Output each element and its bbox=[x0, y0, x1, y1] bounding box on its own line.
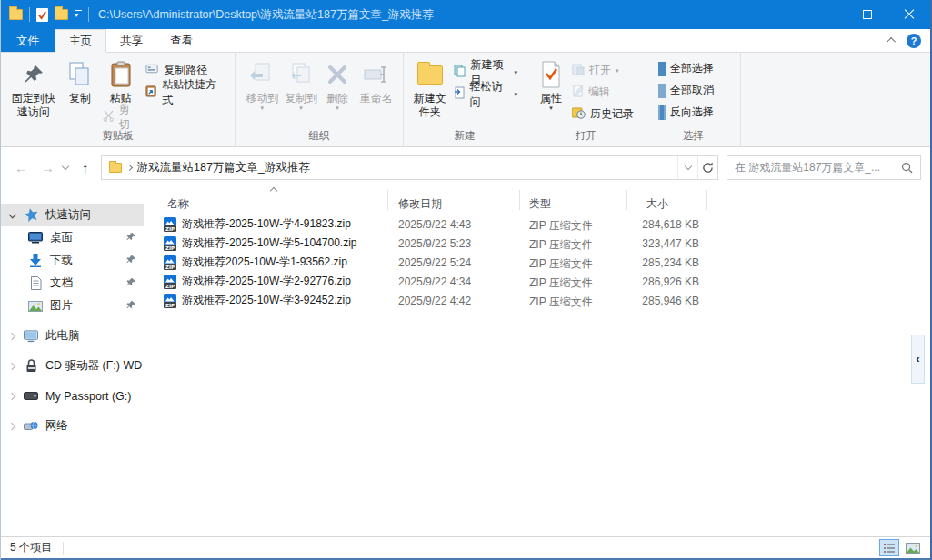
sidebar-item-quick-access[interactable]: 快速访问 bbox=[1, 204, 144, 226]
column-divider[interactable] bbox=[706, 190, 707, 210]
desktop-icon bbox=[28, 232, 43, 244]
move-to-label: 移动到 bbox=[246, 92, 278, 105]
edit-label: 编辑 bbox=[588, 85, 610, 100]
qat-dropdown-icon[interactable]: ▾ bbox=[75, 10, 82, 19]
column-header-type[interactable]: 类型 bbox=[529, 196, 551, 212]
delete-button[interactable]: 删除 ▾ bbox=[321, 57, 355, 113]
rename-button[interactable]: 重命名 bbox=[354, 57, 398, 107]
file-size: 285,946 KB bbox=[597, 295, 699, 307]
maximize-button[interactable] bbox=[847, 0, 888, 29]
sidebar-item-this-pc[interactable]: 此电脑 bbox=[1, 325, 144, 347]
forward-icon[interactable]: → bbox=[35, 160, 61, 175]
sidebar-item-cd-drive[interactable]: CD 驱动器 (F:) WD U bbox=[1, 355, 144, 377]
cut-button[interactable]: 剪切 bbox=[99, 107, 142, 126]
copy-to-button[interactable]: 复制到 ▾ bbox=[282, 57, 321, 113]
file-type: ZIP 压缩文件 bbox=[529, 218, 593, 234]
paste-button[interactable]: 粘贴 bbox=[106, 57, 135, 107]
select-none-button[interactable]: 全部取消 bbox=[655, 81, 717, 100]
file-date: 2025/9/22 4:34 bbox=[398, 275, 471, 288]
minimize-button[interactable] bbox=[805, 0, 847, 29]
copy-path-label: 复制路径 bbox=[164, 63, 207, 78]
svg-text:ZIP: ZIP bbox=[165, 264, 175, 269]
new-folder-icon bbox=[417, 59, 443, 90]
file-list: 名称 修改日期 类型 大小 ZIP游戏推荐-2025-10W-学4-91823.… bbox=[144, 187, 930, 536]
sidebar-item-my-passport[interactable]: My Passport (G:) bbox=[1, 385, 144, 407]
new-folder-qat-icon[interactable] bbox=[55, 9, 68, 20]
column-header-date[interactable]: 修改日期 bbox=[398, 196, 442, 212]
properties-qat-icon[interactable] bbox=[36, 8, 48, 22]
chevron-right-icon[interactable] bbox=[8, 422, 15, 429]
clipboard-group-label: 剪贴板 bbox=[1, 128, 235, 146]
tab-share[interactable]: 共享 bbox=[106, 29, 156, 52]
new-item-caret-icon: ▾ bbox=[514, 70, 517, 75]
pin-label: 固定到快速访问 bbox=[8, 92, 58, 119]
svg-text:ZIP: ZIP bbox=[165, 225, 175, 231]
copy-to-caret-icon: ▾ bbox=[299, 105, 303, 111]
network-label: 网络 bbox=[45, 418, 68, 434]
open-button[interactable]: 打开 ▾ bbox=[568, 61, 637, 80]
file-size: 285,234 KB bbox=[597, 256, 699, 269]
this-pc-label: 此电脑 bbox=[45, 328, 80, 344]
up-icon[interactable]: ↑ bbox=[74, 160, 97, 175]
select-all-button[interactable]: 全部选择 bbox=[655, 59, 717, 78]
close-button[interactable] bbox=[888, 0, 930, 29]
invert-selection-button[interactable]: 反向选择 bbox=[655, 103, 717, 122]
edge-panel-toggle[interactable]: ‹ bbox=[911, 335, 925, 384]
address-bar[interactable]: 游戏流量站187万篇文章_游戏推荐 bbox=[101, 155, 719, 180]
open-caret-icon: ▾ bbox=[616, 68, 619, 74]
properties-label: 属性 bbox=[540, 92, 562, 105]
copy-label: 复制 bbox=[69, 92, 91, 105]
address-dropdown-button[interactable] bbox=[677, 156, 697, 179]
easy-access-button[interactable]: 轻松访问 ▾ bbox=[450, 85, 521, 104]
new-folder-button[interactable]: 新建文件夹 bbox=[410, 57, 450, 121]
delete-label: 删除 bbox=[326, 92, 348, 105]
address-folder-icon bbox=[109, 163, 122, 173]
tab-view[interactable]: 查看 bbox=[156, 29, 206, 52]
chevron-right-icon[interactable] bbox=[8, 332, 15, 339]
column-header-name[interactable]: 名称 bbox=[167, 196, 189, 212]
sidebar-item-pictures[interactable]: 图片 bbox=[1, 295, 144, 317]
rename-label: 重命名 bbox=[360, 92, 393, 105]
edit-button[interactable]: 编辑 bbox=[568, 83, 637, 102]
column-divider[interactable] bbox=[387, 190, 388, 210]
chevron-right-icon[interactable] bbox=[8, 362, 15, 369]
thumbnail-view-button[interactable] bbox=[903, 539, 923, 556]
pin-to-quick-access-button[interactable]: 固定到快速访问 bbox=[5, 57, 61, 121]
back-icon[interactable]: ← bbox=[8, 160, 35, 175]
column-divider[interactable] bbox=[519, 190, 520, 210]
zip-file-icon: ZIP bbox=[163, 255, 177, 270]
file-name: 游戏推荐2025-10W-学1-93562.zip bbox=[182, 255, 347, 270]
organize-group-label: 组织 bbox=[236, 128, 403, 146]
file-row[interactable]: ZIP游戏推荐-2025-10W-学3-92452.zip 2025/9/22 … bbox=[144, 291, 930, 310]
paste-shortcut-button[interactable]: 粘贴快捷方式 bbox=[142, 83, 230, 102]
sidebar-item-network[interactable]: 网络 bbox=[1, 415, 144, 437]
file-row[interactable]: ZIP游戏推荐2025-10W-学1-93562.zip 2025/9/22 5… bbox=[144, 253, 930, 272]
copy-button[interactable]: 复制 bbox=[61, 57, 99, 107]
tab-home[interactable]: 主页 bbox=[55, 29, 106, 53]
properties-button[interactable]: 属性 ▾ bbox=[534, 57, 568, 113]
details-view-button[interactable] bbox=[879, 539, 899, 556]
breadcrumb[interactable]: 游戏流量站187万篇文章_游戏推荐 bbox=[137, 160, 310, 175]
move-to-icon bbox=[250, 59, 274, 90]
file-row[interactable]: ZIP游戏推荐-2025-10W-学4-91823.zip 2025/9/22 … bbox=[144, 215, 930, 234]
tab-file[interactable]: 文件 bbox=[1, 29, 55, 52]
sidebar-item-documents[interactable]: 文档 bbox=[1, 272, 144, 295]
search-input[interactable]: 在 游戏流量站187万篇文章_... bbox=[727, 155, 921, 180]
collapse-ribbon-icon[interactable] bbox=[887, 37, 896, 46]
sidebar-item-downloads[interactable]: 下载 bbox=[1, 249, 144, 272]
refresh-button[interactable] bbox=[697, 156, 717, 179]
file-row[interactable]: ZIP游戏推荐-2025-10W-学5-104700.zip 2025/9/22… bbox=[144, 234, 930, 253]
invert-selection-icon bbox=[658, 106, 666, 119]
help-icon[interactable]: ? bbox=[907, 34, 921, 48]
recent-locations-icon[interactable] bbox=[62, 163, 69, 170]
column-divider[interactable] bbox=[626, 190, 627, 210]
chevron-right-icon[interactable] bbox=[8, 392, 15, 399]
properties-caret-icon: ▾ bbox=[549, 105, 553, 111]
move-to-button[interactable]: 移动到 ▾ bbox=[243, 57, 282, 113]
select-all-label: 全部选择 bbox=[670, 61, 714, 76]
file-row[interactable]: ZIP游戏推荐-2025-10W-学2-92776.zip 2025/9/22 … bbox=[144, 272, 930, 291]
history-button[interactable]: 历史记录 bbox=[568, 105, 637, 124]
sidebar-item-desktop[interactable]: 桌面 bbox=[1, 226, 144, 249]
chevron-down-icon[interactable] bbox=[8, 211, 15, 218]
column-header-size[interactable]: 大小 bbox=[646, 196, 668, 212]
